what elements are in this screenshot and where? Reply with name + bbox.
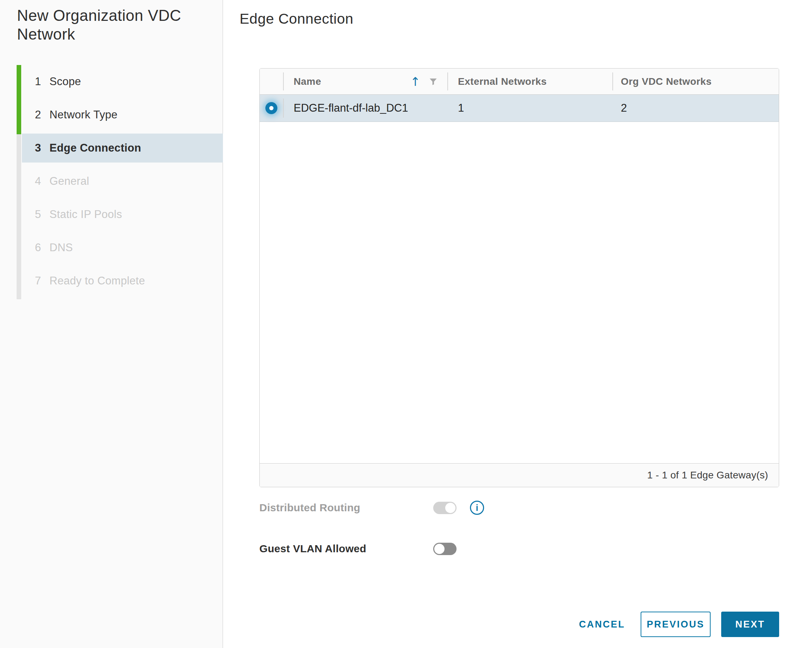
table-footer: 1 - 1 of 1 Edge Gateway(s) — [260, 463, 779, 487]
wizard-sidebar: New Organization VDC Network 1 Scope 2 N… — [0, 0, 223, 648]
step-label: Edge Connection — [49, 142, 141, 154]
new-org-vdc-network-wizard: New Organization VDC Network 1 Scope 2 N… — [0, 0, 812, 648]
table-footer-count: 1 - 1 of 1 Edge Gateway(s) — [647, 470, 768, 481]
guest-vlan-toggle[interactable] — [433, 543, 456, 555]
step-label: General — [49, 175, 89, 188]
column-header-external-networks[interactable]: External Networks — [447, 69, 612, 95]
row-radio-cell — [260, 95, 283, 122]
step-number: 2 — [33, 108, 41, 121]
distributed-routing-toggle — [433, 502, 456, 514]
guest-vlan-field: Guest VLAN Allowed — [259, 536, 456, 561]
row-radio-selected[interactable] — [266, 102, 277, 114]
distributed-routing-field: Distributed Routing i — [259, 495, 484, 520]
step-label: Ready to Complete — [49, 274, 145, 287]
step-ready-to-complete: 7 Ready to Complete — [22, 264, 223, 297]
edge-gateway-table: Name ↑ External Networks Org VDC Network… — [259, 68, 779, 487]
page-title: Edge Connection — [240, 11, 353, 27]
table-empty-area — [260, 122, 779, 463]
distributed-routing-label: Distributed Routing — [259, 502, 433, 514]
column-header-label: Org VDC Networks — [621, 76, 712, 87]
step-number: 1 — [33, 75, 41, 88]
step-scope[interactable]: 1 Scope — [22, 65, 223, 98]
step-dns: 6 DNS — [22, 231, 223, 264]
step-number: 6 — [33, 241, 41, 254]
wizard-content: Edge Connection Name ↑ External Networks… — [223, 0, 812, 648]
step-number: 4 — [33, 175, 41, 188]
column-header-label: External Networks — [458, 76, 546, 87]
step-number: 3 — [33, 142, 41, 154]
column-header-org-vdc-networks[interactable]: Org VDC Networks — [612, 69, 779, 95]
toggle-knob — [445, 503, 455, 513]
step-static-ip-pools: 5 Static IP Pools — [22, 198, 223, 231]
step-label: Network Type — [49, 108, 118, 121]
filter-icon[interactable] — [429, 78, 438, 86]
step-general: 4 General — [22, 165, 223, 198]
cell-name: EDGE-flant-df-lab_DC1 — [283, 95, 447, 122]
radio-column-header — [260, 69, 283, 95]
cell-org-vdc-networks: 2 — [612, 95, 779, 122]
step-label: Static IP Pools — [49, 208, 122, 221]
info-icon[interactable]: i — [470, 501, 484, 515]
guest-vlan-label: Guest VLAN Allowed — [259, 543, 433, 555]
step-label: Scope — [49, 75, 81, 88]
step-number: 5 — [33, 208, 41, 221]
cell-external-networks: 1 — [447, 95, 612, 122]
toggle-knob — [434, 544, 444, 554]
cancel-button[interactable]: CANCEL — [574, 611, 630, 637]
step-edge-connection[interactable]: 3 Edge Connection — [22, 131, 223, 165]
next-button[interactable]: NEXT — [721, 611, 779, 637]
step-number: 7 — [33, 274, 41, 287]
column-header-name[interactable]: Name ↑ — [283, 69, 447, 95]
sort-ascending-icon[interactable]: ↑ — [410, 76, 420, 88]
wizard-steps: 1 Scope 2 Network Type 3 Edge Connection… — [0, 65, 223, 297]
wizard-title: New Organization VDC Network — [17, 6, 201, 44]
step-network-type[interactable]: 2 Network Type — [22, 98, 223, 131]
wizard-actions: CANCEL PREVIOUS NEXT — [574, 611, 779, 637]
table-header-row: Name ↑ External Networks Org VDC Network… — [260, 69, 779, 95]
column-header-label: Name — [294, 76, 321, 87]
previous-button[interactable]: PREVIOUS — [641, 611, 711, 637]
step-label: DNS — [49, 241, 73, 254]
table-row[interactable]: EDGE-flant-df-lab_DC1 1 2 — [260, 95, 779, 122]
